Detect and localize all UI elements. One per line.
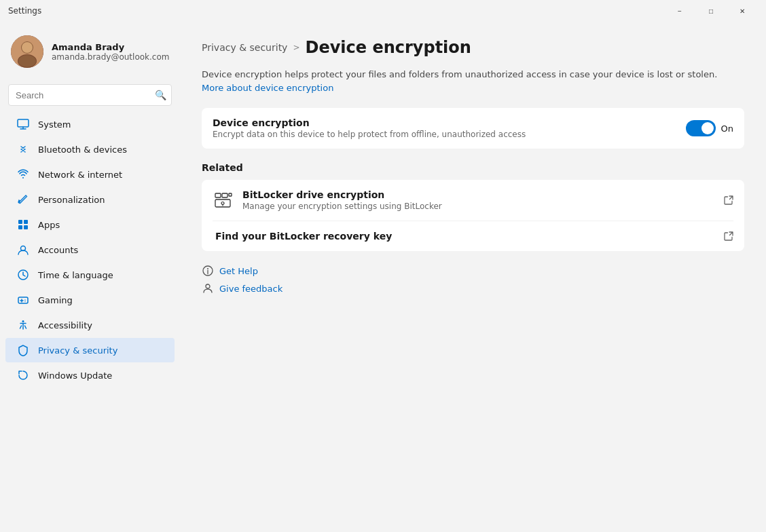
- accessibility-icon: [16, 318, 30, 332]
- give-feedback-link[interactable]: Give feedback: [202, 282, 744, 294]
- sidebar-item-privacy-label: Privacy & security: [38, 345, 117, 356]
- breadcrumb: Privacy & security > Device encryption: [202, 38, 744, 57]
- svg-rect-18: [229, 193, 232, 196]
- accounts-icon: [16, 243, 30, 256]
- user-section[interactable]: Amanda Brady amanda.brady@outlook.com: [0, 27, 180, 76]
- sidebar-item-system[interactable]: System: [5, 112, 175, 136]
- svg-point-3: [22, 42, 33, 53]
- bitlocker-external-icon: [724, 195, 733, 205]
- sidebar-item-network-label: Network & internet: [38, 170, 122, 180]
- sidebar-item-network[interactable]: Network & internet: [5, 162, 175, 187]
- recovery-key-title: Find your BitLocker recovery key: [215, 231, 716, 242]
- toggle-wrap: On: [686, 120, 733, 136]
- time-icon: [16, 268, 30, 282]
- privacy-icon: [16, 343, 30, 357]
- recovery-key-row[interactable]: Find your BitLocker recovery key: [202, 221, 744, 251]
- sidebar-item-update[interactable]: Windows Update: [5, 363, 175, 387]
- avatar: [11, 35, 43, 68]
- sidebar: Amanda Brady amanda.brady@outlook.com 🔍 …: [0, 22, 180, 532]
- more-info-link[interactable]: More about device encryption: [202, 83, 333, 93]
- sidebar-item-bluetooth-label: Bluetooth & devices: [38, 145, 127, 155]
- get-help-label: Get Help: [219, 266, 258, 276]
- svg-point-15: [22, 320, 24, 322]
- help-links: Get Help Give feedback: [202, 265, 744, 294]
- bitlocker-info: BitLocker drive encryption Manage your e…: [242, 189, 716, 211]
- user-email: amanda.brady@outlook.com: [52, 52, 169, 62]
- give-feedback-icon: [202, 282, 214, 294]
- titlebar: Settings − □ ✕: [0, 0, 766, 22]
- bitlocker-desc: Manage your encryption settings using Bi…: [242, 202, 716, 211]
- svg-rect-17: [222, 193, 227, 197]
- sidebar-item-accounts[interactable]: Accounts: [5, 238, 175, 262]
- maximize-button[interactable]: □: [695, 0, 727, 22]
- svg-rect-8: [18, 225, 22, 229]
- svg-point-23: [206, 284, 210, 288]
- user-info: Amanda Brady amanda.brady@outlook.com: [52, 42, 169, 62]
- svg-point-22: [207, 268, 208, 269]
- window-title: Settings: [8, 6, 664, 16]
- sidebar-item-gaming[interactable]: Gaming: [5, 288, 175, 312]
- svg-rect-7: [24, 220, 28, 224]
- svg-rect-9: [24, 225, 28, 229]
- device-encryption-toggle[interactable]: [686, 120, 716, 136]
- sidebar-item-apps-label: Apps: [38, 220, 60, 230]
- sidebar-item-privacy[interactable]: Privacy & security: [5, 338, 175, 362]
- sidebar-item-bluetooth[interactable]: Bluetooth & devices: [5, 137, 175, 162]
- related-section-title: Related: [202, 162, 744, 173]
- svg-point-14: [24, 301, 25, 301]
- update-icon: [16, 368, 30, 382]
- device-encryption-row: Device encryption Encrypt data on this d…: [202, 108, 744, 149]
- svg-rect-6: [18, 220, 22, 224]
- description-text: Device encryption helps protect your fil…: [202, 68, 718, 94]
- device-encryption-card: Device encryption Encrypt data on this d…: [202, 108, 744, 149]
- sidebar-item-time[interactable]: Time & language: [5, 263, 175, 287]
- recovery-key-info: Find your BitLocker recovery key: [213, 231, 716, 242]
- sidebar-item-personalization-label: Personalization: [38, 195, 105, 205]
- sidebar-item-apps[interactable]: Apps: [5, 212, 175, 237]
- device-encryption-info: Device encryption Encrypt data on this d…: [213, 117, 678, 139]
- search-box: 🔍: [8, 84, 172, 106]
- sidebar-item-accessibility-label: Accessibility: [38, 320, 92, 330]
- search-input[interactable]: [8, 84, 172, 106]
- give-feedback-label: Give feedback: [219, 284, 282, 294]
- sidebar-nav: System Bluetooth & devices: [0, 111, 180, 388]
- system-icon: [16, 117, 30, 131]
- device-encryption-title: Device encryption: [213, 117, 678, 128]
- close-button[interactable]: ✕: [727, 0, 758, 22]
- avatar-image: [11, 35, 43, 68]
- toggle-label: On: [721, 124, 733, 134]
- svg-rect-5: [18, 119, 29, 127]
- toggle-knob: [701, 122, 714, 134]
- svg-point-13: [24, 299, 25, 300]
- network-icon: [16, 168, 30, 181]
- breadcrumb-parent: Privacy & security: [202, 42, 287, 53]
- sidebar-item-system-label: System: [38, 119, 71, 130]
- sidebar-item-time-label: Time & language: [38, 270, 113, 280]
- window-controls: − □ ✕: [664, 0, 758, 22]
- main-content: Privacy & security > Device encryption D…: [180, 22, 766, 532]
- user-name: Amanda Brady: [52, 42, 169, 52]
- breadcrumb-separator: >: [293, 43, 299, 52]
- page-title: Device encryption: [305, 38, 471, 57]
- bitlocker-title: BitLocker drive encryption: [242, 189, 716, 200]
- recovery-key-external-icon: [724, 231, 733, 241]
- related-card: BitLocker drive encryption Manage your e…: [202, 180, 744, 251]
- bitlocker-icon: [213, 189, 234, 211]
- minimize-button[interactable]: −: [664, 0, 695, 22]
- bitlocker-row[interactable]: BitLocker drive encryption Manage your e…: [202, 180, 744, 221]
- app-container: Amanda Brady amanda.brady@outlook.com 🔍 …: [0, 22, 766, 532]
- svg-point-4: [18, 55, 36, 67]
- svg-rect-16: [215, 193, 221, 197]
- gaming-icon: [16, 293, 30, 307]
- bluetooth-icon: [16, 142, 30, 156]
- device-encryption-desc: Encrypt data on this device to help prot…: [213, 130, 678, 139]
- sidebar-item-update-label: Windows Update: [38, 370, 112, 381]
- sidebar-item-personalization[interactable]: Personalization: [5, 187, 175, 212]
- sidebar-item-accessibility[interactable]: Accessibility: [5, 313, 175, 337]
- get-help-link[interactable]: Get Help: [202, 265, 744, 277]
- get-help-icon: [202, 265, 214, 277]
- personalization-icon: [16, 193, 30, 206]
- sidebar-item-accounts-label: Accounts: [38, 245, 78, 255]
- sidebar-item-gaming-label: Gaming: [38, 295, 73, 305]
- apps-icon: [16, 218, 30, 231]
